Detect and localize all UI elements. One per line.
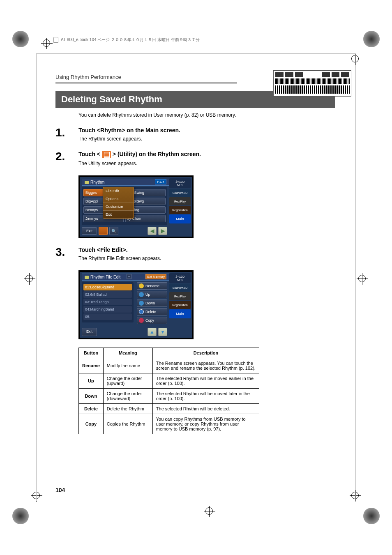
table-row: Down Change the order (downward) The sel… bbox=[79, 389, 259, 404]
table-header: Meaning bbox=[103, 348, 152, 358]
side-rec-play: Rec/Play bbox=[169, 292, 191, 300]
file-list-item: 04:MarchingBand bbox=[83, 306, 132, 313]
side-main: Main bbox=[169, 214, 191, 223]
step-3: 3. Touch <File Edit>. The Rhythm File Ed… bbox=[55, 246, 335, 267]
step-title: Touch < > (Utility) on the Rhythm screen… bbox=[78, 151, 335, 158]
copy-icon bbox=[139, 318, 144, 323]
step-subtext: The Rhythm File Edit screen appears. bbox=[78, 256, 335, 261]
up-action: Up bbox=[137, 291, 167, 298]
table-row: Up Change the order (upward) The selecte… bbox=[79, 373, 259, 389]
side-main: Main bbox=[169, 309, 191, 318]
utility-icon bbox=[102, 151, 111, 158]
pencil-icon bbox=[139, 283, 144, 288]
divider bbox=[55, 83, 335, 83]
printer-mark-tr bbox=[363, 31, 380, 47]
next-arrow-icon: ▶ bbox=[158, 227, 167, 235]
table-row: Copy Copies the Rhythm You can copy Rhyt… bbox=[79, 414, 259, 434]
folder-icon bbox=[85, 276, 89, 279]
utility-icon bbox=[99, 227, 108, 235]
side-registration: Registration bbox=[169, 206, 191, 214]
menu-options: Options bbox=[103, 195, 134, 203]
side-rec-play: Rec/Play bbox=[169, 197, 191, 205]
printer-mark-bl bbox=[12, 508, 29, 524]
down-icon bbox=[139, 301, 144, 306]
header-note: AT-800_e.book 104 ページ ２００８年１０月１５日 水曜日 午前… bbox=[53, 37, 200, 43]
registration-mark bbox=[204, 506, 215, 517]
step-subtext: The Utility screen appears. bbox=[78, 161, 335, 166]
prev-arrow-icon: ◀ bbox=[148, 227, 157, 235]
step-2: 2. Touch < > (Utility) on the Rhythm scr… bbox=[55, 151, 335, 172]
delete-action: Delete bbox=[137, 308, 167, 315]
file-list-item: 03:Trad Tango bbox=[83, 299, 132, 305]
rhythm-screen-screenshot: Rhythm P.1/4 ♩=130 M: 1 Sound/KBD Rec/Pl… bbox=[78, 175, 194, 238]
page-number: 104 bbox=[55, 487, 65, 493]
rhythm-file-edit-screenshot: Rhythm File Edit − Ext Memory ♩=130 M: 1… bbox=[78, 270, 194, 339]
side-tempo: ♩=130 M: 1 bbox=[169, 273, 191, 283]
side-sound-kbd: Sound/KBD bbox=[169, 189, 191, 197]
step-number: 2. bbox=[55, 151, 78, 162]
page-badge: P.1/4 bbox=[155, 179, 166, 184]
step-title: Touch <Rhythm> on the Main screen. bbox=[78, 127, 335, 134]
header-note-text: AT-800_e.book 104 ページ ２００８年１０月１５日 水曜日 午前… bbox=[61, 37, 200, 43]
step-number: 3. bbox=[55, 246, 78, 258]
step-title: Touch <File Edit>. bbox=[78, 246, 335, 253]
up-icon bbox=[139, 292, 144, 297]
book-icon bbox=[53, 37, 58, 43]
minus-icon: − bbox=[127, 274, 131, 279]
down-arrow-icon: ▼ bbox=[158, 328, 167, 336]
step-subtext: The Rhythm screen appears. bbox=[78, 136, 335, 142]
file-list-item: 01:LooseBigBand bbox=[83, 284, 132, 290]
printer-mark-br bbox=[363, 508, 380, 524]
menu-exit: Exit bbox=[103, 211, 134, 218]
table-header: Description bbox=[152, 348, 259, 358]
exit-button: Exit bbox=[82, 227, 97, 235]
step-1: 1. Touch <Rhythm> on the Main screen. Th… bbox=[55, 127, 335, 147]
file-list-item: 05:------------ bbox=[83, 313, 132, 320]
step-number: 1. bbox=[55, 127, 78, 138]
table-row: Delete Delete the Rhythm The selected Rh… bbox=[79, 404, 259, 414]
side-registration: Registration bbox=[169, 301, 191, 309]
exit-button: Exit bbox=[82, 328, 97, 336]
registration-mark bbox=[357, 273, 368, 285]
table-header: Button bbox=[79, 348, 104, 358]
device-panel-illustration bbox=[273, 70, 351, 97]
search-icon: 🔍 bbox=[109, 227, 118, 235]
up-arrow-icon: ▲ bbox=[148, 328, 157, 336]
printer-mark-tl bbox=[12, 31, 29, 47]
registration-mark bbox=[24, 273, 35, 285]
delete-icon bbox=[139, 309, 144, 314]
side-tempo: ♩=130 M: 1 bbox=[169, 178, 191, 188]
down-action: Down bbox=[137, 299, 167, 307]
intro-text: You can delete Rhythms stored in User me… bbox=[78, 112, 335, 118]
rename-action: Rename bbox=[137, 282, 167, 290]
menu-customize: Customize bbox=[103, 203, 134, 211]
utility-menu: File Edit Options Customize Exit bbox=[103, 187, 134, 219]
menu-file-edit: File Edit bbox=[103, 187, 134, 195]
file-list-item: 02:6/8 Ballad bbox=[83, 291, 132, 298]
table-row: Rename Modify the name The Rename screen… bbox=[79, 358, 259, 373]
copy-action: Copy bbox=[137, 317, 167, 324]
ext-memory-tab: Ext Memory bbox=[145, 274, 166, 279]
registration-mark bbox=[41, 38, 53, 49]
side-sound-kbd: Sound/KBD bbox=[169, 283, 191, 292]
button-description-table: Button Meaning Description Rename Modify… bbox=[78, 348, 259, 434]
folder-icon bbox=[85, 181, 89, 184]
